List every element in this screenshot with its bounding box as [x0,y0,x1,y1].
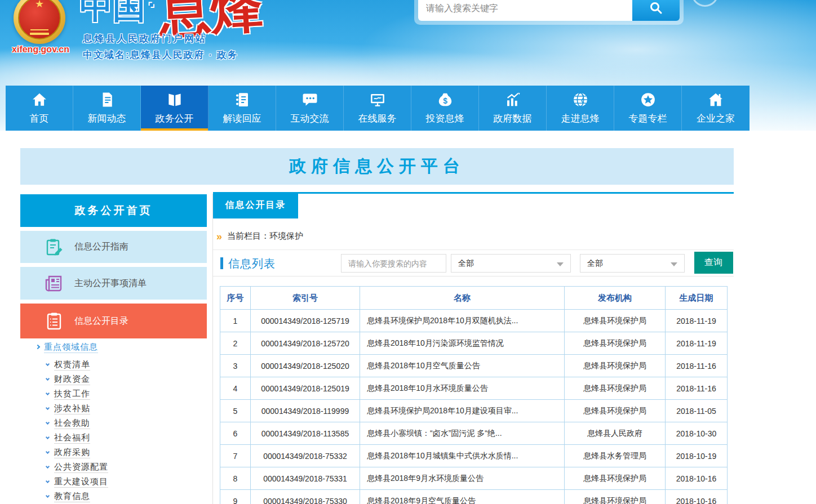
breadcrumb: » 当前栏目：环境保护 [216,231,303,242]
cell-date: 2018-10-16 [666,490,728,504]
nav-item-label: 政府数据 [494,112,532,125]
table-row: 9 000014349/2018-75330 息烽县2018年9月空气质量公告 … [220,490,728,504]
cell-title-link[interactable]: 息烽县2018年10月水环境质量公告 [360,377,565,400]
sidebar-item-disclosure-guide[interactable]: 信息公开指南 [20,231,207,263]
bar-chart-icon [504,91,521,108]
site-title-dot: · [148,0,156,19]
table-row: 5 000014349/2018-119999 息烽县环境保护局2018年10月… [220,400,728,422]
emblem-gate-icon [30,33,49,35]
title-accent-bar [220,257,223,269]
filter-select-2[interactable]: 全部 [580,254,685,273]
cell-index: 2 [220,332,251,355]
newspaper-icon [44,273,64,293]
cell-index: 7 [220,445,251,467]
site-search [414,0,684,25]
cell-publisher: 息烽县环境保护局 [565,332,666,355]
open-book-icon [166,91,183,108]
nav-item-label: 解读回应 [223,112,261,125]
sidebar-item-disclosure-catalog[interactable]: 信息公开目录 [20,304,207,338]
house-icon [707,91,724,108]
chevron-down-icon [46,450,50,454]
cell-date: 2018-11-05 [666,400,728,422]
cell-title-link[interactable]: 息烽县小寨坝镇：“卤水”固污泥 多“绝... [360,422,565,445]
nav-item-label: 投资息烽 [426,112,464,125]
filter-select-1[interactable]: 全部 [451,254,571,273]
nav-item-enterprise-home[interactable]: 企业之家 [682,86,750,131]
nav-item-label: 企业之家 [697,112,735,125]
cell-title-link[interactable]: 息烽县环境保护局2018年10月建设项目审... [360,400,565,422]
chevron-down-icon [46,406,50,410]
chevron-down-icon [46,421,50,425]
platform-banner: 政府信息公开平台 [20,148,734,185]
cell-title-link[interactable]: 息烽县环境保护局2018年10月双随机执法... [360,310,565,332]
col-header-doc-number: 索引号 [251,287,360,310]
sidebar-link-major-projects[interactable]: 重大建设项目 [46,474,207,489]
chevron-down-icon [46,479,50,483]
cell-index: 6 [220,422,251,445]
sidebar-link-key-areas[interactable]: 重点领域信息 [36,340,207,354]
cell-publisher: 息烽县水务管理局 [565,445,666,467]
nav-item-gov-data[interactable]: 政府数据 [479,86,547,131]
cell-doc-number: 000014349/2018-75330 [251,490,360,504]
nav-item-online-service[interactable]: 在线服务 [344,86,411,131]
sidebar-item-proactive-disclosure-list[interactable]: 主动公开事项清单 [20,267,207,300]
nav-item-interaction[interactable]: 互动交流 [276,86,344,131]
sidebar-header-gov-affairs-home[interactable]: 政务公开首页 [20,194,207,227]
dropdown-arrow-icon [557,262,564,266]
nav-item-label: 走进息烽 [561,112,600,125]
site-search-input[interactable] [418,0,632,21]
sidebar-link-gov-procurement[interactable]: 政府采购 [46,445,207,460]
notebook-icon [234,91,251,108]
nav-item-gov-affairs[interactable]: 政务公开 [141,86,209,131]
clipboard-pen-icon [44,237,64,257]
sidebar-item-label: 信息公开目录 [74,315,128,327]
globe-icon [572,91,589,108]
cell-publisher: 息烽县环境保护局 [565,377,666,400]
chevron-down-icon [46,362,50,366]
sidebar-link-social-assistance[interactable]: 社会救助 [46,416,207,430]
col-header-date: 生成日期 [666,287,728,310]
nav-item-special-topics[interactable]: 专题专栏 [614,86,682,131]
cell-publisher: 息烽县人民政府 [565,422,666,445]
cell-title-link[interactable]: 息烽县2018年10月城镇集中式供水水质情... [360,445,565,467]
nav-item-home[interactable]: 首页 [6,86,73,131]
national-emblem-icon: ★ [14,0,65,44]
list-search-input[interactable] [341,254,446,273]
cell-doc-number: 000014349/2018-75331 [251,467,360,490]
chevron-down-icon [46,435,50,439]
list-header: 信息列表 全部 全部 查询 [213,249,734,276]
cell-title-link[interactable]: 息烽县2018年10月污染源环境监管情况 [360,332,565,355]
table-row: 4 000014349/2018-125019 息烽县2018年10月水环境质量… [220,377,728,400]
query-button[interactable]: 查询 [694,252,733,274]
nav-item-label: 专题专栏 [629,112,667,125]
home-icon [31,91,48,108]
sidebar-link-fiscal-funds[interactable]: 财政资金 [46,372,207,386]
nav-item-news[interactable]: 新闻动态 [73,86,141,131]
sidebar-link-agricultural-subsidies[interactable]: 涉农补贴 [46,401,207,416]
nav-item-about-xifeng[interactable]: 走进息烽 [547,86,614,131]
sidebar-link-education-info[interactable]: 教育信息 [46,489,207,503]
list-title: 信息列表 [228,256,276,271]
cell-publisher: 息烽县环境保护局 [565,490,666,504]
sidebar-link-social-welfare[interactable]: 社会福利 [46,430,207,445]
nav-item-label: 首页 [30,112,49,125]
star-circle-icon [640,91,657,108]
cell-date: 2018-10-30 [666,422,728,445]
cell-title-link[interactable]: 息烽县2018年9月空气质量公告 [360,490,565,504]
sidebar-item-label: 信息公开指南 [74,241,128,253]
nav-item-label: 互动交流 [291,112,329,125]
site-search-button[interactable] [632,0,680,21]
cell-publisher: 息烽县环境保护局 [565,355,666,377]
cell-publisher: 息烽县环境保护局 [565,400,666,422]
sidebar-link-poverty-relief[interactable]: 扶贫工作 [46,386,207,401]
cell-title-link[interactable]: 息烽县2018年10月空气质量公告 [360,355,565,377]
sidebar-link-public-resources[interactable]: 公共资源配置 [46,460,207,474]
tab-disclosure-catalog[interactable]: 信息公开目录 [213,192,298,218]
nav-item-investment[interactable]: $ 投资息烽 [411,86,479,131]
cell-title-link[interactable]: 息烽县2018年9月水环境质量公告 [360,467,565,490]
site-title-china: 中国 [80,0,145,25]
nav-item-interpretation[interactable]: 解读回应 [209,86,276,131]
chat-bubble-icon [301,91,318,108]
cell-date: 2018-11-19 [666,310,728,332]
sidebar-link-power-list[interactable]: 权责清单 [46,357,207,372]
